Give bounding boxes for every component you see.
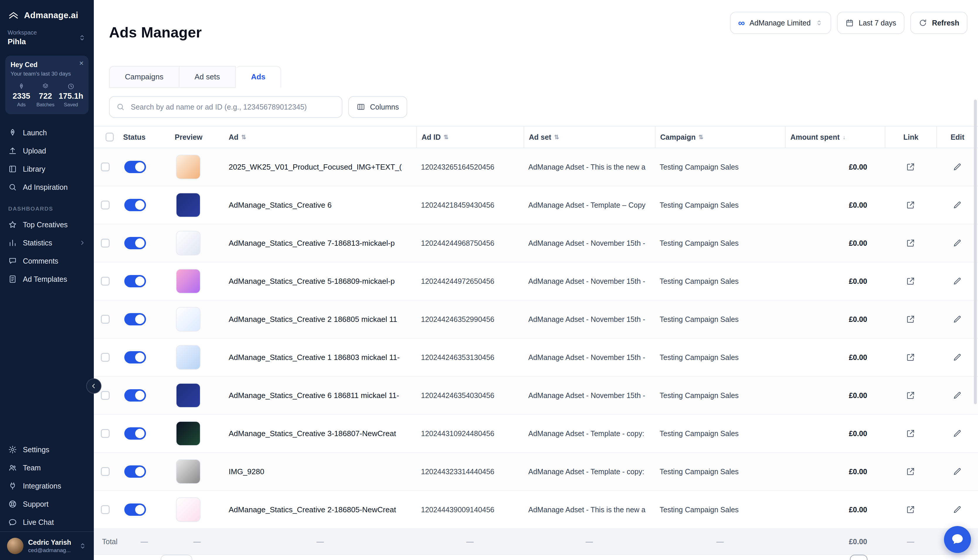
external-link-button[interactable] [885, 505, 936, 514]
status-toggle[interactable] [124, 313, 146, 325]
sidebar-item-top-creatives[interactable]: Top Creatives [0, 215, 94, 234]
external-link-button[interactable] [885, 200, 936, 210]
edit-button[interactable] [936, 238, 978, 248]
row-checkbox[interactable] [101, 277, 110, 285]
row-checkbox[interactable] [101, 467, 110, 476]
column-header-campaign[interactable]: Campaign⇅ [655, 127, 785, 148]
external-link-button[interactable] [885, 277, 936, 286]
ad-preview-thumbnail[interactable] [176, 307, 201, 332]
edit-button[interactable] [936, 467, 978, 476]
ad-name[interactable]: IMG_9280 [224, 467, 416, 476]
ad-name[interactable]: AdManage_Statics_Creative 6 186811 micka… [224, 391, 416, 400]
ad-preview-thumbnail[interactable] [176, 421, 201, 446]
tab-ad-sets[interactable]: Ad sets [179, 66, 236, 88]
external-link-button[interactable] [885, 238, 936, 248]
sidebar-item-support[interactable]: Support [0, 495, 94, 513]
row-checkbox[interactable] [101, 353, 110, 362]
ad-preview-thumbnail[interactable] [176, 345, 201, 370]
close-icon[interactable]: ✕ [79, 60, 84, 67]
status-toggle[interactable] [124, 237, 146, 249]
external-link-button[interactable] [885, 315, 936, 324]
ad-name[interactable]: AdManage_Statics_Creative 5-186809-micka… [224, 277, 416, 286]
pagination-page-5[interactable]: 5 [935, 555, 952, 560]
row-checkbox[interactable] [101, 315, 110, 323]
ad-preview-thumbnail[interactable] [176, 269, 201, 293]
ad-preview-thumbnail[interactable] [176, 459, 201, 484]
pagination-page-1[interactable]: 1 [850, 555, 868, 560]
logo[interactable]: Admanage.ai [0, 0, 94, 27]
status-toggle[interactable] [124, 161, 146, 173]
row-checkbox[interactable] [101, 391, 110, 400]
sidebar-item-statistics[interactable]: Statistics [0, 234, 94, 252]
external-link-button[interactable] [885, 353, 936, 362]
pagination-page-3[interactable]: 3 [892, 555, 910, 560]
sidebar-item-live-chat[interactable]: Live Chat [0, 513, 94, 531]
pagination-page-4[interactable]: 4 [913, 555, 931, 560]
sidebar-item-ad-inspiration[interactable]: Ad Inspiration [0, 178, 94, 196]
ad-name[interactable]: AdManage_Statics_Creative 7-186813-micka… [224, 239, 416, 248]
tab-campaigns[interactable]: Campaigns [109, 66, 179, 88]
workspace-switcher[interactable]: Workspace Pihla [0, 27, 94, 52]
external-link-button[interactable] [885, 467, 936, 476]
tab-ads[interactable]: Ads [236, 66, 281, 88]
row-checkbox[interactable] [101, 239, 110, 247]
ad-name[interactable]: AdManage_Statics_Creative 6 [224, 201, 416, 210]
edit-button[interactable] [936, 353, 978, 362]
sidebar-item-settings[interactable]: Settings [0, 440, 94, 459]
ad-preview-thumbnail[interactable] [176, 155, 201, 179]
sidebar-item-ad-templates[interactable]: Ad Templates [0, 270, 94, 288]
edit-button[interactable] [936, 200, 978, 210]
external-link-button[interactable] [885, 391, 936, 400]
status-toggle[interactable] [124, 199, 146, 211]
status-toggle[interactable] [124, 503, 146, 516]
edit-button[interactable] [936, 162, 978, 172]
external-link-button[interactable] [885, 429, 936, 438]
rows-per-page-select[interactable]: 20 [160, 555, 192, 560]
edit-button[interactable] [936, 391, 978, 400]
refresh-button[interactable]: Refresh [910, 12, 968, 34]
ad-name[interactable]: AdManage_Statics_Creative 3-186807-NewCr… [224, 429, 416, 438]
sidebar-item-library[interactable]: Library [0, 160, 94, 178]
status-toggle[interactable] [124, 465, 146, 478]
row-checkbox[interactable] [101, 429, 110, 438]
ad-name[interactable]: AdManage_Statics_Creative 2 186805 micka… [224, 315, 416, 324]
sidebar-item-launch[interactable]: Launch [0, 123, 94, 142]
columns-button[interactable]: Columns [348, 96, 407, 118]
pagination-page-2[interactable]: 2 [871, 555, 889, 560]
status-toggle[interactable] [124, 427, 146, 440]
ad-name[interactable]: AdManage_Statics_Creative 1 186803 micka… [224, 353, 416, 362]
account-selector[interactable]: ∞ AdManage Limited [730, 12, 831, 34]
select-all-checkbox[interactable] [105, 133, 114, 142]
status-toggle[interactable] [124, 275, 146, 287]
edit-button[interactable] [936, 429, 978, 438]
ad-preview-thumbnail[interactable] [176, 497, 201, 522]
row-checkbox[interactable] [101, 163, 110, 171]
sidebar-item-integrations[interactable]: Integrations [0, 477, 94, 495]
sidebar-collapse-button[interactable] [86, 378, 102, 393]
user-menu[interactable]: Cedric Yarish ced@admanag... [0, 531, 94, 560]
status-toggle[interactable] [124, 351, 146, 363]
column-header-ad-set[interactable]: Ad set⇅ [523, 127, 655, 148]
sidebar-item-upload[interactable]: Upload [0, 142, 94, 160]
sidebar-item-team[interactable]: Team [0, 459, 94, 477]
sidebar-item-comments[interactable]: Comments [0, 252, 94, 270]
row-checkbox[interactable] [101, 505, 110, 514]
column-header-ad-id[interactable]: Ad ID⇅ [416, 127, 523, 148]
search-input[interactable] [130, 102, 335, 112]
ad-preview-thumbnail[interactable] [176, 231, 201, 255]
edit-button[interactable] [936, 505, 978, 514]
ad-preview-thumbnail[interactable] [176, 193, 201, 217]
column-header-ad[interactable]: Ad⇅ [224, 127, 416, 148]
status-toggle[interactable] [124, 389, 146, 402]
column-header-amount-spent[interactable]: Amount spent↓ [785, 127, 885, 148]
ad-name[interactable]: 2025_WK25_V01_Product_Focused_IMG+TEXT_( [224, 163, 416, 172]
external-link-button[interactable] [885, 162, 936, 172]
edit-button[interactable] [936, 277, 978, 286]
ad-preview-thumbnail[interactable] [176, 383, 201, 408]
scrollbar[interactable] [974, 100, 977, 404]
ad-name[interactable]: AdManage_Statics_Creative 2-186805-NewCr… [224, 505, 416, 514]
live-chat-fab[interactable] [944, 526, 971, 553]
pagination-prev-button[interactable] [829, 555, 846, 560]
row-checkbox[interactable] [101, 201, 110, 209]
edit-button[interactable] [936, 315, 978, 324]
